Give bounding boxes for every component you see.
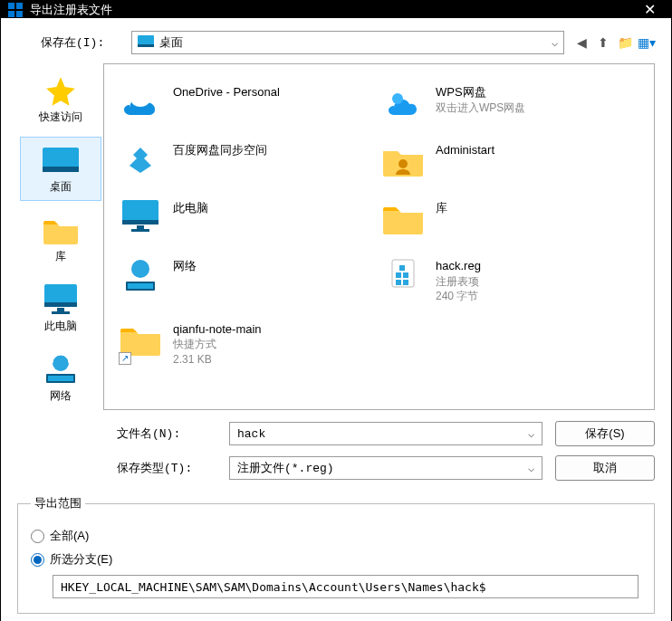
chevron-down-icon: ⌵ [528,462,534,474]
radio-branch-input[interactable] [31,553,44,567]
desktop-icon [138,35,154,51]
svg-rect-27 [403,272,408,278]
folder-icon [381,196,425,240]
new-folder-icon[interactable]: 📁 [617,34,633,51]
file-name: qianfu-note-main [173,321,262,338]
list-item[interactable]: hack.reg注册表项240 字节 [376,251,638,307]
network-icon [41,352,81,388]
file-sub: 2.31 KB [173,352,262,367]
file-sub: 双击进入WPS网盘 [436,100,525,115]
radio-branch-label: 所选分支(E) [50,551,112,568]
close-button[interactable]: ✕ [635,1,664,18]
svg-rect-30 [399,265,405,271]
baidu-cloud-icon [119,139,162,182]
user-folder-icon [381,139,425,182]
monitor-icon [119,196,162,240]
file-name: 此电脑 [173,200,208,216]
export-range-legend: 导出范围 [31,495,85,511]
file-name: Administart [436,142,494,158]
places-sidebar: 快速访问 桌面 库 此 [17,63,103,410]
svg-rect-29 [403,280,408,285]
sidebar-item-label: 此电脑 [44,319,77,334]
svg-rect-26 [396,272,401,278]
sidebar-item-libraries[interactable]: 库 [20,206,101,271]
filename-label: 文件名(N): [117,425,216,442]
svg-point-17 [398,159,408,168]
list-item[interactable]: ↗ qianfu-note-main快捷方式2.31 KB [113,314,376,370]
sidebar-item-quick-access[interactable]: 快速访问 [20,67,101,131]
export-registry-dialog: 导出注册表文件 ✕ 保存在(I): 桌面 ⌵ ◀ ⬆ 📁 ▦▾ [0,0,672,621]
svg-point-16 [392,93,403,104]
svg-rect-2 [8,11,14,17]
sidebar-item-this-pc[interactable]: 此电脑 [20,276,101,340]
svg-point-15 [131,94,149,107]
back-icon[interactable]: ◀ [573,34,590,51]
save-button[interactable]: 保存(S) [555,421,655,446]
svg-rect-11 [52,311,70,314]
shortcut-folder-icon: ↗ [119,318,162,361]
view-menu-icon[interactable]: ▦▾ [638,34,655,51]
registry-file-icon [381,254,425,298]
list-item[interactable]: 网络 [113,251,376,307]
file-name: 百度网盘同步空间 [173,142,267,158]
svg-rect-19 [122,220,158,225]
sidebar-item-label: 桌面 [50,179,72,195]
window-title: 导出注册表文件 [30,2,112,18]
svg-rect-14 [48,376,73,381]
svg-rect-10 [57,308,64,311]
star-icon [41,73,81,110]
app-icon [8,3,23,17]
list-item[interactable]: 此电脑 [113,193,376,244]
svg-rect-9 [44,302,77,307]
radio-all-input[interactable] [31,530,44,543]
wps-cloud-icon [381,81,425,124]
cancel-button[interactable]: 取消 [555,455,655,481]
onedrive-icon [119,81,162,124]
radio-branch[interactable]: 所选分支(E) [31,551,641,568]
file-sub: 快捷方式 [173,337,262,351]
chevron-down-icon: ⌵ [528,427,534,440]
monitor-icon [41,282,81,319]
svg-rect-20 [137,225,144,229]
list-item[interactable]: OneDrive - Personal [113,77,376,128]
svg-rect-0 [8,3,14,9]
dialog-body: 保存在(I): 桌面 ⌵ ◀ ⬆ 📁 ▦▾ [1,18,671,621]
file-name: OneDrive - Personal [173,84,280,100]
file-name: hack.reg [436,258,481,274]
folder-icon [41,213,81,249]
location-row: 保存在(I): 桌面 ⌵ ◀ ⬆ 📁 ▦▾ [41,31,655,54]
filename-row: 文件名(N): hack⌵ 保存(S) 保存类型(T): 注册文件(*.reg)… [117,421,655,481]
save-in-label: 保存在(I): [41,34,122,51]
list-item[interactable]: Administart [376,135,638,186]
location-combo[interactable]: 桌面 ⌵ [131,31,564,54]
svg-rect-28 [396,280,401,285]
chevron-down-icon: ⌵ [552,36,558,49]
network-icon [119,254,162,298]
sidebar-item-label: 网络 [50,388,72,404]
svg-rect-7 [43,167,79,172]
radio-all[interactable]: 全部(A) [31,528,641,544]
list-item[interactable]: 百度网盘同步空间 [113,135,376,186]
up-icon[interactable]: ⬆ [595,34,611,51]
sidebar-item-network[interactable]: 网络 [20,346,101,410]
radio-all-label: 全部(A) [50,528,89,544]
list-item[interactable]: WPS网盘双击进入WPS网盘 [376,77,638,128]
titlebar: 导出注册表文件 ✕ [1,1,671,18]
sidebar-item-label: 库 [55,249,66,264]
svg-rect-21 [131,229,149,232]
filetype-combo[interactable]: 注册文件(*.reg)⌵ [229,456,542,480]
sidebar-item-desktop[interactable]: 桌面 [20,137,101,201]
filetype-label: 保存类型(T): [117,460,216,476]
file-list[interactable]: OneDrive - Personal WPS网盘双击进入WPS网盘 百度网盘同… [103,63,655,410]
filename-input[interactable]: hack⌵ [229,422,542,445]
file-sub: 注册表项 [436,274,481,289]
file-name: 库 [436,200,447,216]
middle-area: 快速访问 桌面 库 此 [17,63,655,410]
branch-path-input[interactable] [53,575,638,598]
svg-rect-5 [138,44,154,47]
list-item[interactable]: 库 [376,193,638,244]
file-name: 网络 [173,258,197,274]
desktop-icon [41,143,81,179]
file-name: WPS网盘 [436,84,525,100]
location-name: 桌面 [159,34,183,51]
